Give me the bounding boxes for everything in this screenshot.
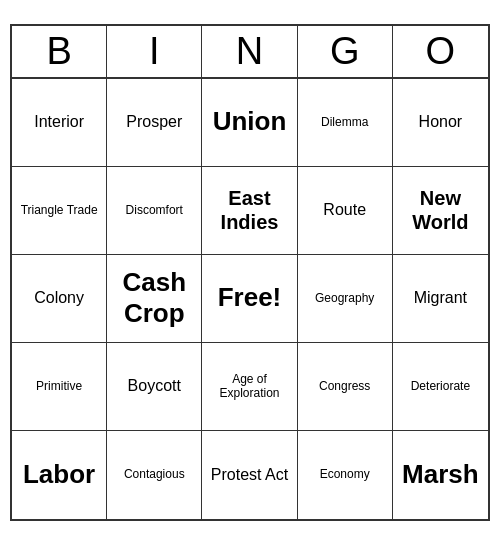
header-letter-o: O	[393, 26, 488, 77]
bingo-cell-15: Primitive	[12, 343, 107, 431]
bingo-cell-6: Discomfort	[107, 167, 202, 255]
cell-text-23: Economy	[320, 467, 370, 481]
cell-text-20: Labor	[23, 459, 95, 490]
cell-text-22: Protest Act	[211, 465, 288, 484]
bingo-cell-22: Protest Act	[202, 431, 297, 519]
cell-text-3: Dilemma	[321, 115, 368, 129]
cell-text-12: Free!	[218, 282, 282, 313]
cell-text-16: Boycott	[128, 376, 181, 395]
header-letter-b: B	[12, 26, 107, 77]
cell-text-11: Cash Crop	[111, 267, 197, 329]
bingo-cell-16: Boycott	[107, 343, 202, 431]
cell-text-24: Marsh	[402, 459, 479, 490]
bingo-cell-8: Route	[298, 167, 393, 255]
bingo-header: BINGO	[12, 26, 488, 79]
cell-text-1: Prosper	[126, 112, 182, 131]
bingo-cell-9: New World	[393, 167, 488, 255]
bingo-card: BINGO InteriorProsperUnionDilemmaHonorTr…	[10, 24, 490, 521]
cell-text-8: Route	[323, 200, 366, 219]
bingo-cell-3: Dilemma	[298, 79, 393, 167]
bingo-grid: InteriorProsperUnionDilemmaHonorTriangle…	[12, 79, 488, 519]
bingo-cell-10: Colony	[12, 255, 107, 343]
bingo-cell-20: Labor	[12, 431, 107, 519]
bingo-cell-24: Marsh	[393, 431, 488, 519]
cell-text-21: Contagious	[124, 467, 185, 481]
header-letter-g: G	[298, 26, 393, 77]
bingo-cell-21: Contagious	[107, 431, 202, 519]
cell-text-0: Interior	[34, 112, 84, 131]
cell-text-17: Age of Exploration	[206, 372, 292, 401]
bingo-cell-0: Interior	[12, 79, 107, 167]
bingo-cell-19: Deteriorate	[393, 343, 488, 431]
bingo-cell-4: Honor	[393, 79, 488, 167]
cell-text-15: Primitive	[36, 379, 82, 393]
bingo-cell-18: Congress	[298, 343, 393, 431]
cell-text-4: Honor	[419, 112, 463, 131]
cell-text-5: Triangle Trade	[21, 203, 98, 217]
bingo-cell-12: Free!	[202, 255, 297, 343]
bingo-cell-7: East Indies	[202, 167, 297, 255]
bingo-cell-13: Geography	[298, 255, 393, 343]
header-letter-i: I	[107, 26, 202, 77]
cell-text-18: Congress	[319, 379, 370, 393]
cell-text-10: Colony	[34, 288, 84, 307]
cell-text-13: Geography	[315, 291, 374, 305]
header-letter-n: N	[202, 26, 297, 77]
cell-text-2: Union	[213, 106, 287, 137]
cell-text-19: Deteriorate	[411, 379, 470, 393]
bingo-cell-11: Cash Crop	[107, 255, 202, 343]
bingo-cell-17: Age of Exploration	[202, 343, 297, 431]
bingo-cell-5: Triangle Trade	[12, 167, 107, 255]
cell-text-7: East Indies	[206, 186, 292, 234]
bingo-cell-2: Union	[202, 79, 297, 167]
bingo-cell-14: Migrant	[393, 255, 488, 343]
bingo-cell-1: Prosper	[107, 79, 202, 167]
cell-text-9: New World	[397, 186, 484, 234]
cell-text-6: Discomfort	[126, 203, 183, 217]
cell-text-14: Migrant	[414, 288, 467, 307]
bingo-cell-23: Economy	[298, 431, 393, 519]
